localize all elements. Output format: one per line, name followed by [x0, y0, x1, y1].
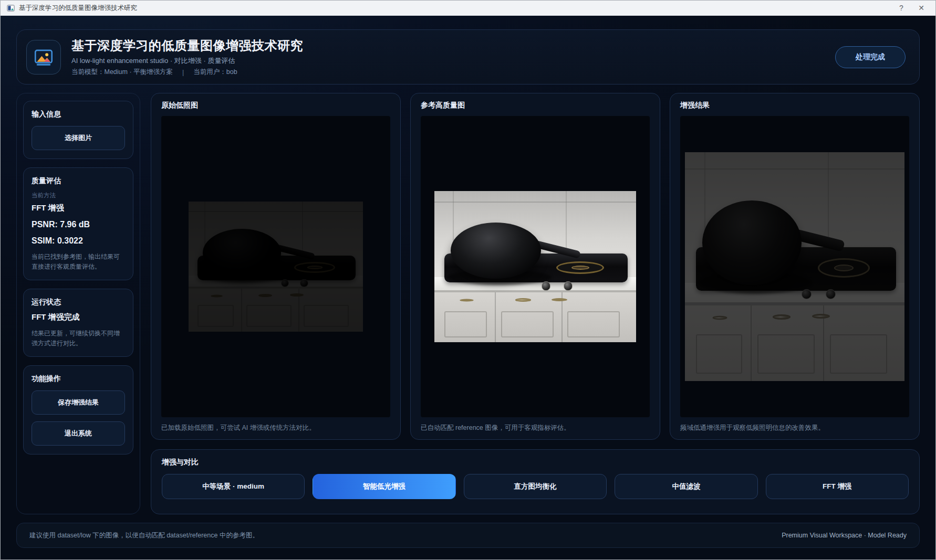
footer: 建议使用 dataset/low 下的图像，以便自动匹配 dataset/ref… [16, 523, 920, 548]
cabinet-seam [751, 305, 752, 381]
quality-note: 当前已找到参考图，输出结果可直接进行客观质量评估。 [32, 252, 125, 271]
input-section-title: 输入信息 [32, 110, 125, 119]
cabinet-panel [304, 305, 349, 327]
cabinet-handle [773, 314, 790, 319]
header-meta: 当前模型：Medium · 平衡增强方案 | 当前用户：bob [71, 68, 825, 77]
ssim-value: SSIM: 0.3022 [32, 236, 125, 246]
median-filter-button[interactable]: 中值滤波 [615, 474, 757, 499]
burner-cap [571, 266, 589, 270]
cabinet-panel [696, 334, 742, 374]
panel-title: 增强结果 [680, 101, 909, 110]
page-title: 基于深度学习的低质量图像增强技术研究 [71, 37, 825, 54]
cabinet-handle [712, 316, 727, 320]
cabinet-panel [830, 334, 887, 374]
psnr-value: PSNR: 7.96 dB [32, 220, 125, 229]
fft-enhance-button[interactable]: FFT 增强 [766, 474, 909, 499]
cabinets [189, 289, 362, 332]
picture-icon [33, 46, 55, 68]
current-user: 当前用户：bob [193, 68, 237, 77]
panel-caption: 已自动匹配 reference 图像，可用于客观指标评估。 [421, 424, 650, 432]
ai-low-light-enhance-button[interactable]: 智能低光增强 [313, 474, 455, 499]
meta-separator: | [182, 69, 184, 76]
wok [203, 229, 281, 277]
method-label: 当前方法 [32, 192, 125, 199]
cabinet-handle [812, 314, 829, 319]
image-panels: 原始低照图 [151, 93, 920, 440]
cooktop-knob [300, 279, 308, 287]
enhance-compare-title: 增强与对比 [162, 458, 909, 467]
close-button[interactable]: ✕ [913, 2, 929, 14]
cabinet-handle [552, 298, 568, 301]
main-area: 输入信息 选择图片 质量评估 当前方法 FFT 增强 PSNR: 7.96 dB… [16, 93, 920, 514]
titlebar: 基于深度学习的低质量图像增强技术研究 ? ✕ [1, 1, 935, 16]
burner-cap [834, 265, 854, 271]
processing-done-button[interactable]: 处理完成 [835, 46, 906, 68]
run-status-title: 运行状态 [32, 298, 125, 307]
panel-caption: 已加载原始低照图，可尝试 AI 增强或传统方法对比。 [161, 424, 390, 432]
run-status-value: FFT 增强完成 [32, 312, 125, 322]
footer-hint: 建议使用 dataset/low 下的图像，以便自动匹配 dataset/ref… [29, 531, 259, 540]
panel-enhanced-result: 增强结果 [670, 93, 920, 440]
panel-title: 原始低照图 [161, 101, 390, 110]
select-image-button[interactable]: 选择图片 [32, 126, 125, 150]
sidebar: 输入信息 选择图片 质量评估 当前方法 FFT 增强 PSNR: 7.96 dB… [16, 93, 140, 514]
panel-original-low-light: 原始低照图 [151, 93, 401, 440]
header-texts: 基于深度学习的低质量图像增强技术研究 AI low-light enhancem… [71, 37, 825, 77]
cabinet-panel [444, 311, 487, 337]
cabinet-panel [501, 311, 554, 337]
app-body: 基于深度学习的低质量图像增强技术研究 AI low-light enhancem… [1, 16, 935, 559]
cooktop-knob [542, 281, 551, 291]
method-value: FFT 增强 [32, 203, 125, 213]
exit-system-button[interactable]: 退出系统 [32, 421, 125, 446]
original-low-light-image [189, 202, 362, 331]
panel-reference: 参考高质量图 [410, 93, 660, 440]
header: 基于深度学习的低质量图像增强技术研究 AI low-light enhancem… [16, 29, 920, 84]
scene-medium-button[interactable]: 中等场景 · medium [162, 474, 305, 499]
burner-cap [307, 266, 323, 269]
panel-title: 参考高质量图 [421, 101, 650, 110]
actions-section-title: 功能操作 [32, 374, 125, 384]
wok [451, 223, 542, 279]
input-section: 输入信息 选择图片 [23, 101, 133, 159]
tile-grout-line [434, 202, 636, 203]
quality-section: 质量评估 当前方法 FFT 增强 PSNR: 7.96 dB SSIM: 0.3… [23, 167, 133, 280]
quality-section-title: 质量评估 [32, 176, 125, 186]
cabinet-panel [567, 311, 620, 337]
current-model: 当前模型：Medium · 平衡增强方案 [71, 68, 173, 77]
page-subtitle: AI low-light enhancement studio · 对比增强 ·… [71, 56, 825, 66]
cooktop-knob [564, 281, 573, 291]
cooktop-knob [802, 289, 812, 299]
cabinet-panel [246, 305, 292, 327]
cooktop-knob [826, 289, 836, 299]
kitchen-photo-scene [685, 152, 905, 381]
right-burner [818, 258, 870, 277]
cabinet-panel [757, 334, 815, 374]
wok-body [203, 229, 281, 277]
wok [702, 200, 801, 285]
cabinet-seam [241, 289, 242, 332]
histogram-equalization-button[interactable]: 直方图均衡化 [464, 474, 607, 499]
help-button[interactable]: ? [893, 2, 909, 14]
cabinet-handle [211, 294, 223, 297]
cabinet-panel [197, 305, 234, 327]
result-image-canvas [680, 116, 909, 417]
wok-body [702, 200, 801, 285]
actions-section: 功能操作 保存增强结果 退出系统 [23, 365, 133, 455]
reference-image [434, 191, 636, 342]
reference-image-canvas [421, 116, 650, 417]
run-status-note: 结果已更新，可继续切换不同增强方式进行对比。 [32, 329, 125, 348]
app-window: 基于深度学习的低质量图像增强技术研究 ? ✕ 基于深度学习的低质量图像增强技术研 [0, 0, 936, 560]
cabinets [434, 292, 636, 342]
save-result-button[interactable]: 保存增强结果 [32, 390, 125, 415]
kitchen-photo-scene [434, 191, 636, 342]
panel-caption: 频域低通增强用于观察低频照明信息的改善效果。 [680, 424, 909, 432]
original-image-canvas [161, 116, 390, 417]
content-area: 原始低照图 [151, 93, 920, 514]
cabinet-seam [495, 292, 496, 342]
window-image-icon [7, 4, 15, 12]
enhance-compare-section: 增强与对比 中等场景 · medium 智能低光增强 直方图均衡化 中值滤波 F… [151, 449, 920, 514]
cabinet-handle [258, 294, 273, 297]
enhance-buttons-row: 中等场景 · medium 智能低光增强 直方图均衡化 中值滤波 FFT 增强 [162, 474, 909, 499]
tile-grout-line [685, 168, 905, 170]
wok-body [451, 223, 542, 279]
